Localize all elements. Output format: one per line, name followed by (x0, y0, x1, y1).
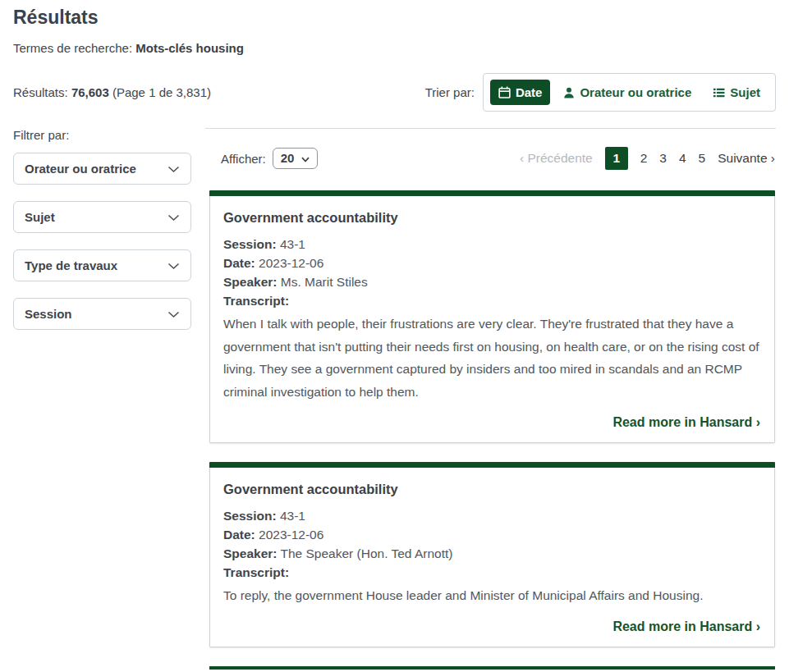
card-session-label: Session: (223, 509, 277, 523)
card-date-value: 2023-12-06 (259, 256, 323, 270)
search-terms: Termes de recherche: Mots-clés housing (13, 41, 776, 55)
sort-label: Trier par: (425, 85, 475, 99)
card-transcript-label-row: Transcript: (223, 291, 760, 310)
sort-controls: Trier par: Date (425, 73, 776, 112)
card-date-label: Date: (223, 528, 255, 542)
card-speaker-value: The Speaker (Hon. Ted Arnott) (281, 546, 453, 560)
page-title: Résultats (13, 7, 776, 29)
card-title: Government accountability (223, 210, 760, 226)
filter-type-label: Type de travaux (25, 258, 117, 272)
read-more-link[interactable]: Read more in Hansard › (612, 415, 760, 429)
results-toolbar: Afficher: 20 ‹ Précédente 1 2 3 4 5 (205, 147, 776, 170)
page-size-select[interactable]: 20 (273, 148, 319, 169)
sort-button-group: Date Orateur ou oratrice (483, 73, 776, 112)
result-card: Government accountability Session: 43-1 … (209, 190, 775, 443)
card-date: Date: 2023-12-06 (223, 254, 760, 272)
filter-type-dropdown[interactable]: Type de travaux (13, 249, 191, 281)
sort-by-subject-button[interactable]: Sujet (704, 80, 768, 105)
pagination-page-5[interactable]: 5 (699, 151, 706, 166)
card-speaker-label: Speaker: (223, 546, 277, 560)
card-accent-bar (209, 666, 775, 670)
filter-session-dropdown[interactable]: Session (13, 298, 191, 330)
card-session: Session: 43-1 (223, 506, 760, 525)
page-size-control: Afficher: 20 (221, 148, 318, 169)
card-session-value: 43-1 (280, 237, 305, 251)
sort-by-speaker-label: Orateur ou oratrice (580, 85, 691, 99)
pagination-page-4[interactable]: 4 (679, 151, 686, 166)
card-speaker: Speaker: Ms. Marit Stiles (223, 272, 760, 291)
list-icon (713, 87, 725, 98)
pagination-page-3[interactable]: 3 (659, 151, 667, 166)
results-count: 76,603 (71, 85, 109, 99)
card-session-value: 43-1 (280, 509, 305, 523)
pagination-page-1[interactable]: 1 (605, 147, 628, 170)
results-summary: Résultats: 76,603 (Page 1 de 3,831) (13, 85, 211, 99)
filter-sidebar: Filtrer par: Orateur ou oratrice Sujet T… (13, 128, 205, 670)
chevron-down-icon (167, 210, 180, 224)
card-body: Government accountability Session: 43-1 … (209, 196, 775, 443)
card-readmore-row: Read more in Hansard › (223, 619, 760, 634)
page-size-value: 20 (281, 151, 295, 165)
results-page: Résultats Termes de recherche: Mots-clés… (0, 0, 789, 672)
chevron-down-icon (167, 162, 180, 176)
card-date-value: 2023-12-06 (259, 528, 323, 542)
filter-subject-label: Sujet (25, 210, 55, 224)
calendar-icon (498, 86, 511, 98)
card-speaker: Speaker: The Speaker (Hon. Ted Arnott) (223, 544, 760, 563)
person-icon (563, 87, 575, 98)
card-title: Government accountability (223, 482, 760, 497)
filter-label: Filtrer par: (13, 128, 205, 142)
card-body: Government accountability Session: 43-1 … (209, 468, 775, 647)
filter-subject-dropdown[interactable]: Sujet (13, 201, 191, 233)
read-more-link[interactable]: Read more in Hansard › (612, 619, 760, 633)
filter-speaker-label: Orateur ou oratrice (25, 162, 136, 176)
results-page-info: (Page 1 de 3,831) (112, 85, 211, 99)
sort-by-date-button[interactable]: Date (490, 80, 551, 105)
pagination-page-2[interactable]: 2 (640, 151, 648, 166)
card-readmore-row: Read more in Hansard › (223, 415, 760, 430)
card-session-label: Session: (223, 237, 277, 251)
summary-row: Résultats: 76,603 (Page 1 de 3,831) Trie… (13, 73, 776, 112)
card-speaker-label: Speaker: (223, 275, 277, 289)
card-transcript-text: To reply, the government House leader an… (223, 584, 760, 607)
main-content: Filtrer par: Orateur ou oratrice Sujet T… (13, 128, 776, 670)
sort-by-subject-label: Sujet (730, 85, 760, 99)
card-accent-bar (209, 190, 775, 196)
pagination-next[interactable]: Suivante › (718, 151, 775, 166)
card-transcript-label: Transcript: (223, 294, 289, 308)
result-card: Government accountability Session: 43-1 … (209, 462, 775, 647)
card-transcript-text: When I talk with people, their frustrati… (223, 313, 760, 403)
filter-session-label: Session (25, 307, 72, 321)
search-terms-label: Termes de recherche: (13, 41, 132, 55)
chevron-down-icon (167, 258, 180, 272)
results-summary-label: Résultats: (13, 85, 68, 99)
card-date: Date: 2023-12-06 (223, 525, 760, 544)
card-date-label: Date: (223, 256, 255, 270)
search-terms-value: Mots-clés housing (135, 41, 244, 55)
sort-by-speaker-button[interactable]: Orateur ou oratrice (555, 80, 700, 105)
card-transcript-label-row: Transcript: (223, 563, 760, 582)
card-session: Session: 43-1 (223, 235, 760, 254)
pagination-previous: ‹ Précédente (520, 151, 593, 166)
card-accent-bar (209, 462, 775, 468)
filter-speaker-dropdown[interactable]: Orateur ou oratrice (13, 153, 191, 185)
results-column: Afficher: 20 ‹ Précédente 1 2 3 4 5 (205, 128, 776, 670)
chevron-down-icon (301, 151, 310, 165)
chevron-down-icon (167, 307, 180, 321)
page-size-label: Afficher: (221, 152, 266, 166)
card-transcript-label: Transcript: (223, 565, 289, 579)
sort-by-date-label: Date (516, 85, 543, 99)
pagination: ‹ Précédente 1 2 3 4 5 Suivante › (520, 147, 775, 170)
card-speaker-value: Ms. Marit Stiles (281, 275, 368, 289)
